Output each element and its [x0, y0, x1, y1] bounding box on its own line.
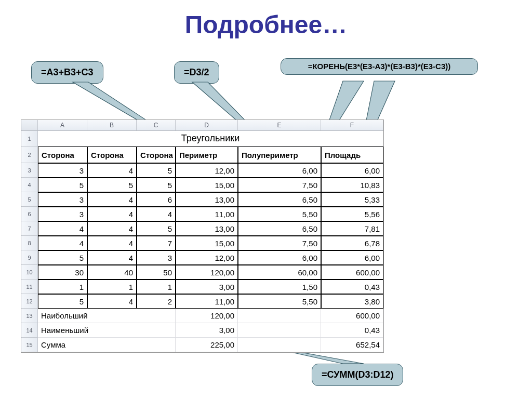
cell-e[interactable]: 6,00 [238, 163, 321, 178]
cell-f[interactable]: 7,81 [321, 221, 383, 236]
row-header[interactable]: 3 [21, 163, 38, 178]
cell-b[interactable]: 4 [87, 192, 137, 207]
cell-d[interactable]: 12,00 [176, 163, 238, 178]
cell-e[interactable]: 6,00 [238, 250, 321, 265]
row-header[interactable]: 2 [21, 147, 38, 163]
summary-f[interactable]: 600,00 [321, 309, 383, 323]
cell-d[interactable]: 13,00 [176, 192, 238, 207]
cell-b[interactable]: 1 [87, 280, 137, 294]
cell-a[interactable]: 4 [38, 221, 87, 236]
row-header[interactable]: 14 [21, 323, 38, 338]
summary-e-empty[interactable] [238, 338, 321, 352]
cell-d[interactable]: 15,00 [176, 236, 238, 250]
cell-d[interactable]: 12,00 [176, 250, 238, 265]
cell-c[interactable]: 5 [137, 178, 176, 192]
cell-a[interactable]: 5 [38, 294, 87, 309]
summary-e-empty[interactable] [238, 309, 321, 323]
cell-a[interactable]: 5 [38, 250, 87, 265]
sheet-title-cell[interactable]: Треугольники [38, 131, 383, 147]
summary-e-empty[interactable] [238, 323, 321, 338]
cell-b[interactable]: 5 [87, 178, 137, 192]
cell-f[interactable]: 6,00 [321, 250, 383, 265]
cell-c[interactable]: 5 [137, 221, 176, 236]
col-header-a[interactable]: A [38, 120, 87, 130]
cell-e[interactable]: 7,50 [238, 236, 321, 250]
cell-a[interactable]: 4 [38, 236, 87, 250]
header-side-a[interactable]: Сторона [38, 147, 87, 163]
summary-d[interactable]: 3,00 [176, 323, 238, 338]
col-header-d[interactable]: D [176, 120, 238, 130]
cell-c[interactable]: 4 [137, 207, 176, 221]
summary-d[interactable]: 225,00 [176, 338, 238, 352]
cell-e[interactable]: 5,50 [238, 294, 321, 309]
header-side-c[interactable]: Сторона [137, 147, 176, 163]
summary-label[interactable]: Наименьший [38, 323, 176, 338]
row-header[interactable]: 10 [21, 265, 38, 280]
cell-a[interactable]: 3 [38, 163, 87, 178]
cell-e[interactable]: 6,50 [238, 192, 321, 207]
cell-b[interactable]: 4 [87, 236, 137, 250]
cell-f[interactable]: 10,83 [321, 178, 383, 192]
cell-c[interactable]: 7 [137, 236, 176, 250]
cell-b[interactable]: 4 [87, 163, 137, 178]
col-header-c[interactable]: C [137, 120, 176, 130]
col-header-f[interactable]: F [321, 120, 383, 130]
cell-c[interactable]: 50 [137, 265, 176, 280]
cell-e[interactable]: 1,50 [238, 280, 321, 294]
cell-f[interactable]: 5,56 [321, 207, 383, 221]
col-header-e[interactable]: E [238, 120, 321, 130]
cell-f[interactable]: 600,00 [321, 265, 383, 280]
header-area[interactable]: Площадь [321, 147, 383, 163]
row-header[interactable]: 12 [21, 294, 38, 309]
cell-b[interactable]: 4 [87, 221, 137, 236]
cell-f[interactable]: 3,80 [321, 294, 383, 309]
cell-d[interactable]: 120,00 [176, 265, 238, 280]
cell-d[interactable]: 13,00 [176, 221, 238, 236]
summary-label[interactable]: Сумма [38, 338, 176, 352]
cell-c[interactable]: 5 [137, 163, 176, 178]
summary-label[interactable]: Наибольший [38, 309, 176, 323]
cell-f[interactable]: 0,43 [321, 280, 383, 294]
summary-f[interactable]: 0,43 [321, 323, 383, 338]
row-header[interactable]: 9 [21, 250, 38, 265]
cell-d[interactable]: 11,00 [176, 207, 238, 221]
row-header[interactable]: 6 [21, 207, 38, 221]
row-header[interactable]: 15 [21, 338, 38, 352]
cell-e[interactable]: 7,50 [238, 178, 321, 192]
header-semiperimeter[interactable]: Полупериметр [238, 147, 321, 163]
cell-d[interactable]: 15,00 [176, 178, 238, 192]
row-header[interactable]: 1 [21, 131, 38, 147]
cell-b[interactable]: 40 [87, 265, 137, 280]
cell-a[interactable]: 3 [38, 192, 87, 207]
header-side-b[interactable]: Сторона [87, 147, 137, 163]
row-header[interactable]: 11 [21, 280, 38, 294]
row-header[interactable]: 13 [21, 309, 38, 323]
cell-c[interactable]: 3 [137, 250, 176, 265]
cell-b[interactable]: 4 [87, 207, 137, 221]
cell-e[interactable]: 6,50 [238, 221, 321, 236]
cell-a[interactable]: 5 [38, 178, 87, 192]
cell-c[interactable]: 2 [137, 294, 176, 309]
row-header[interactable]: 8 [21, 236, 38, 250]
select-all-corner[interactable] [21, 120, 38, 130]
row-header[interactable]: 5 [21, 192, 38, 207]
col-header-b[interactable]: B [87, 120, 137, 130]
cell-a[interactable]: 3 [38, 207, 87, 221]
cell-e[interactable]: 5,50 [238, 207, 321, 221]
cell-c[interactable]: 6 [137, 192, 176, 207]
row-header[interactable]: 4 [21, 178, 38, 192]
row-header[interactable]: 7 [21, 221, 38, 236]
header-perimeter[interactable]: Периметр [176, 147, 238, 163]
cell-b[interactable]: 4 [87, 294, 137, 309]
cell-f[interactable]: 6,00 [321, 163, 383, 178]
cell-f[interactable]: 6,78 [321, 236, 383, 250]
summary-f[interactable]: 652,54 [321, 338, 383, 352]
summary-d[interactable]: 120,00 [176, 309, 238, 323]
cell-f[interactable]: 5,33 [321, 192, 383, 207]
cell-b[interactable]: 4 [87, 250, 137, 265]
cell-a[interactable]: 1 [38, 280, 87, 294]
cell-d[interactable]: 11,00 [176, 294, 238, 309]
cell-d[interactable]: 3,00 [176, 280, 238, 294]
cell-e[interactable]: 60,00 [238, 265, 321, 280]
cell-a[interactable]: 30 [38, 265, 87, 280]
